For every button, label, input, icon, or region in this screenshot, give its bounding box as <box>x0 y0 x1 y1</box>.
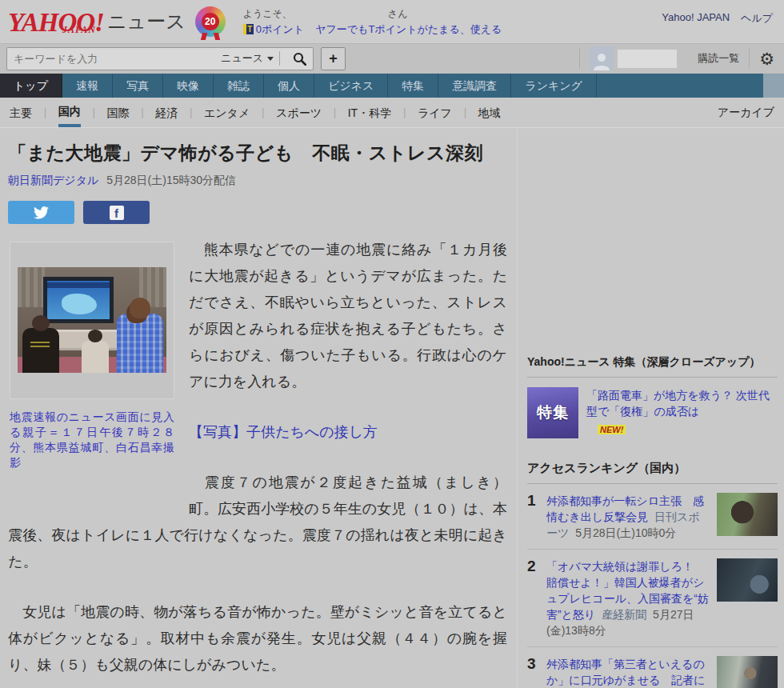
article-published-time: 5月28日(土)15時30分配信 <box>106 174 236 186</box>
search-icon <box>293 52 306 66</box>
help-link[interactable]: ヘルプ <box>741 11 773 26</box>
feature-item: 特集 「路面電車」が地方を救う？ 次世代型で「復権」の成否は NEW! <box>527 378 778 442</box>
article-photo-block: 地震速報のニュース画面に見入る親子＝１７日午後７時２８分、熊本県益城町、白石昌幸… <box>10 242 174 470</box>
tab-ranking[interactable]: ランキング <box>511 74 597 98</box>
subnav-keizai[interactable]: 経済 <box>155 99 178 126</box>
tab-top[interactable]: トップ <box>0 74 62 98</box>
anniversary-20th-badge-icon: 20 <box>195 6 226 37</box>
ranking-thumbnail[interactable] <box>717 558 778 602</box>
tpoint-icon: T <box>243 24 254 34</box>
subnav-it-science[interactable]: IT・科学 <box>348 99 391 126</box>
search-scope-dropdown[interactable]: ニュース <box>221 51 274 66</box>
tab-business[interactable]: ビジネス <box>314 74 388 98</box>
gear-icon[interactable]: ⚙ <box>759 50 774 67</box>
subscription-list-button[interactable]: 購読一覧 <box>698 51 739 66</box>
article-body: 地震速報のニュース画面に見入る親子＝１７日午後７時２８分、熊本県益城町、白石昌幸… <box>8 237 507 688</box>
archive-link[interactable]: アーカイブ <box>718 106 774 120</box>
ranking-item: 1 舛添都知事が一転シロ主張 感情むき出し反撃会見 日刊スポーツ 5月28日(土… <box>527 484 778 550</box>
new-badge: NEW! <box>598 425 626 434</box>
yahoo-japan-link[interactable]: Yahoo! JAPAN <box>662 11 730 26</box>
tab-tokushu[interactable]: 特集 <box>388 74 438 98</box>
welcome-text: ようこそ、 <box>243 7 292 21</box>
article-paragraph: 女児は「地震の時、物が落ちる音が怖かった。壁がミシッと音を立てると体がビクッとな… <box>8 599 507 678</box>
category-subnav: 主要 ｜ 国内 ｜ 国際 ｜ 経済 ｜ エンタメ ｜ スポーツ ｜ IT・科学 … <box>0 98 784 128</box>
avatar[interactable] <box>590 46 614 70</box>
tab-sokuho[interactable]: 速報 <box>62 74 113 98</box>
article-photo[interactable] <box>18 267 166 373</box>
article-title: 「また大地震」デマ怖がる子ども 不眠・ストレス深刻 <box>8 141 507 166</box>
photo-gallery-link[interactable]: 【写真】子供たちへの接し方 <box>189 424 378 440</box>
ranking-time: 5月28日(土)10時0分 <box>575 526 676 539</box>
news-service-label: ニュース <box>107 9 186 34</box>
ranking-thumbnail[interactable] <box>717 656 778 688</box>
points-link[interactable]: 0ポイント <box>256 22 304 36</box>
rank-number: 2 <box>527 558 546 638</box>
ranking-header: アクセスランキング（国内） <box>527 461 778 484</box>
tv-earthquake-news <box>43 277 114 323</box>
ranking-item: 3 舛添都知事「第三者といえるのか」に口元ゆがませる 記者に目をむく場面も TH… <box>527 647 778 688</box>
article-source-link[interactable]: 朝日新聞デジタル <box>8 174 98 186</box>
sidebar: Yahoo!ニュース 特集（深層クローズアップ） 特集 「路面電車」が地方を救う… <box>517 128 778 688</box>
subnav-sports[interactable]: スポーツ <box>276 99 322 126</box>
feature-headline-link[interactable]: 「路面電車」が地方を救う？ 次世代型で「復権」の成否は <box>586 389 770 418</box>
ranking-item: 2 「オバマ大統領は謝罪しろ！ 賠償せよ！」韓国人被爆者がシュプレヒコール、入国… <box>527 550 778 647</box>
subnav-life[interactable]: ライフ <box>418 99 452 126</box>
twitter-share-button[interactable] <box>8 201 74 224</box>
photo-caption: 地震速報のニュース画面に見入る親子＝１７日午後７時２８分、熊本県益城町、白石昌幸… <box>10 410 174 470</box>
tab-magazine[interactable]: 雑誌 <box>214 74 264 98</box>
tab-ishikichousa[interactable]: 意識調査 <box>438 74 511 98</box>
subnav-kokusai[interactable]: 国際 <box>106 99 129 126</box>
add-tab-button[interactable]: + <box>321 47 346 70</box>
search-input[interactable] <box>7 53 221 65</box>
facebook-f-icon: f <box>110 206 124 220</box>
subnav-kokunai[interactable]: 国内 <box>58 98 81 127</box>
welcome-block: ようこそ、 さん T 0ポイント ヤフーでもTポイントがたまる、使える <box>243 7 502 36</box>
article-paragraph: 震度７の地震が２度起きた益城（ましき）町。広安西小学校の５年生の女児（１０）は、… <box>8 470 507 575</box>
feature-thumbnail[interactable]: 特集 <box>527 387 578 438</box>
article-column: 「また大地震」デマ怖がる子ども 不眠・ストレス深刻 朝日新聞デジタル 5月28日… <box>8 128 507 688</box>
ranking-headline-link[interactable]: 舛添都知事「第三者といえるのか」に口元ゆがませる 記者に目をむく場面も <box>546 658 706 688</box>
ranking-thumbnail[interactable] <box>717 493 778 536</box>
top-header: YAHOO! JAPAN ニュース 20 ようこそ、 さん T 0ポイント ヤフ… <box>0 0 784 43</box>
subnav-entame[interactable]: エンタメ <box>204 99 250 126</box>
twitter-bird-icon <box>34 206 49 219</box>
feature-section-header: Yahoo!ニュース 特集（深層クローズアップ） <box>527 355 778 378</box>
subnav-shuyo[interactable]: 主要 <box>10 99 32 126</box>
chevron-down-icon <box>267 57 274 61</box>
tab-video[interactable]: 映像 <box>163 74 214 98</box>
person-icon <box>592 51 611 70</box>
username-placeholder <box>292 7 388 21</box>
japan-logo-text: JAPAN <box>62 24 96 36</box>
rank-number: 1 <box>527 493 546 541</box>
welcome-suffix: さん <box>388 7 408 21</box>
search-box: ニュース <box>6 47 314 70</box>
ranking-source: 産経新聞 <box>602 608 646 621</box>
tab-personal[interactable]: 個人 <box>264 74 314 98</box>
subnav-chiiki[interactable]: 地域 <box>478 99 501 126</box>
username-field-blank <box>618 50 677 68</box>
facebook-share-button[interactable]: f <box>83 201 150 224</box>
rank-number: 3 <box>527 656 546 688</box>
access-ranking-section: アクセスランキング（国内） 1 舛添都知事が一転シロ主張 感情むき出し反撃会見 … <box>527 461 778 688</box>
header-links: Yahoo! JAPAN ヘルプ <box>662 11 773 26</box>
yahoo-news-logo[interactable]: YAHOO! JAPAN ニュース <box>8 9 186 34</box>
empty-ad-slot <box>527 128 778 355</box>
search-band: ニュース + 購読一覧 ⚙ <box>0 43 784 74</box>
tpoint-promo-link[interactable]: ヤフーでもTポイントがたまる、使える <box>315 22 502 36</box>
search-button[interactable] <box>286 48 313 70</box>
main-nav: トップ 速報 写真 映像 雑誌 個人 ビジネス 特集 意識調査 ランキング <box>0 74 784 98</box>
tab-photo[interactable]: 写真 <box>113 74 163 98</box>
